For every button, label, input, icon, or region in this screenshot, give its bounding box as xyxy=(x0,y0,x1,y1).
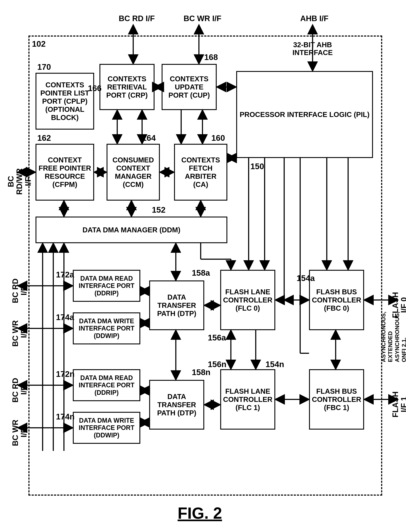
flc0-block: FLASH LANE CONTROLLER (FLC 0) xyxy=(220,270,275,330)
bc-rd-if-a-label: BC RD I/F xyxy=(11,277,28,305)
ddm-ref: 152 xyxy=(152,205,166,215)
ddwip0-ref: 174a xyxy=(56,312,74,322)
flash-if-1-label: FLASH I/F 1 xyxy=(391,390,406,419)
ddwip1-block: DATA DMA WRITE INTERFACE PORT (DDWIP) xyxy=(73,412,140,444)
ddwip0-block: DATA DMA WRITE INTERFACE PORT (DDWIP) xyxy=(73,312,140,344)
pil-block: PROCESSOR INTERFACE LOGIC (PIL) xyxy=(236,71,373,158)
ddm-block: DATA DMA MANAGER (DDM) xyxy=(36,217,227,243)
ddrip0-ref: 172a xyxy=(56,270,74,279)
dtp1-block: DATA TRANSFER PATH (DTP) xyxy=(149,380,204,430)
ahb-if-sub-label: 32-BIT AHB INTERFACE xyxy=(281,41,345,57)
ddrip1-ref: 172n xyxy=(56,369,75,379)
bc-rd-if-b-label: BC RD I/F xyxy=(11,376,28,404)
flc1-ref: 156n xyxy=(208,360,226,369)
flc0-ref: 156a xyxy=(208,333,226,342)
ca-ref: 160 xyxy=(211,133,225,143)
ca-block: CONTEXTS FETCH ARBITER (CA) xyxy=(174,144,227,201)
cplp-block: CONTEXTS POINTER LIST PORT (CPLP) (OPTIO… xyxy=(36,73,94,130)
dtp0-ref: 158a xyxy=(192,268,210,278)
ddrip1-block: DATA DMA READ INTERFACE PORT (DDRIP) xyxy=(73,369,140,401)
bc-wr-if-label: BC WR I/F xyxy=(179,14,225,23)
fbc1-ref: 154n xyxy=(266,360,284,369)
fbc0-block: FLASH BUS CONTROLLER (FBC 0) xyxy=(309,270,364,330)
bc-rd-if-label: BC RD I/F xyxy=(114,14,160,23)
figure-label: FIG. 2 xyxy=(178,504,222,522)
bc-rdwr-if-label: BC RD/WR I/F xyxy=(7,167,32,196)
flash-protocols-label: ASYNCHRONOUS, EXTENDED ASYNCHRONOUS, ONF… xyxy=(380,325,406,362)
flc1-block: FLASH LANE CONTROLLER (FLC 1) xyxy=(220,369,275,430)
cup-block: CONTEXTS UPDATE PORT (CUP) xyxy=(162,64,217,110)
cplp-ref: 170 xyxy=(37,62,51,72)
fbc0-ref: 154a xyxy=(297,273,315,283)
cfpm-block: CONTEXT FREE POINTER RESOURCE (CFPM) xyxy=(36,144,94,201)
diagram-page: AHB I/F 32-BIT AHB INTERFACE BC WR I/F B… xyxy=(7,7,406,532)
pil-ref: 150 xyxy=(250,162,264,171)
ddwip1-ref: 174n xyxy=(56,412,75,421)
ccm-ref: 164 xyxy=(142,133,156,143)
boundary-ref: 102 xyxy=(32,39,46,49)
crp-block: CONTEXTS RETRIEVAL PORT (CRP) xyxy=(100,64,154,110)
ddrip0-block: DATA DMA READ INTERFACE PORT (DDRIP) xyxy=(73,270,140,302)
cup-ref: 168 xyxy=(204,52,218,62)
fbc1-block: FLASH BUS CONTROLLER (FBC 1) xyxy=(309,369,364,430)
cfpm-ref: 162 xyxy=(37,133,51,143)
crp-ref: 166 xyxy=(88,83,102,93)
ahb-if-label: AHB I/F xyxy=(295,14,334,23)
dtp0-block: DATA TRANSFER PATH (DTP) xyxy=(149,280,204,330)
bc-wr-if-b-label: BC WR I/F xyxy=(11,419,28,447)
bc-wr-if-a-label: BC WR I/F xyxy=(11,319,28,348)
ccm-block: CONSUMED CONTEXT MANAGER (CCM) xyxy=(107,144,160,201)
